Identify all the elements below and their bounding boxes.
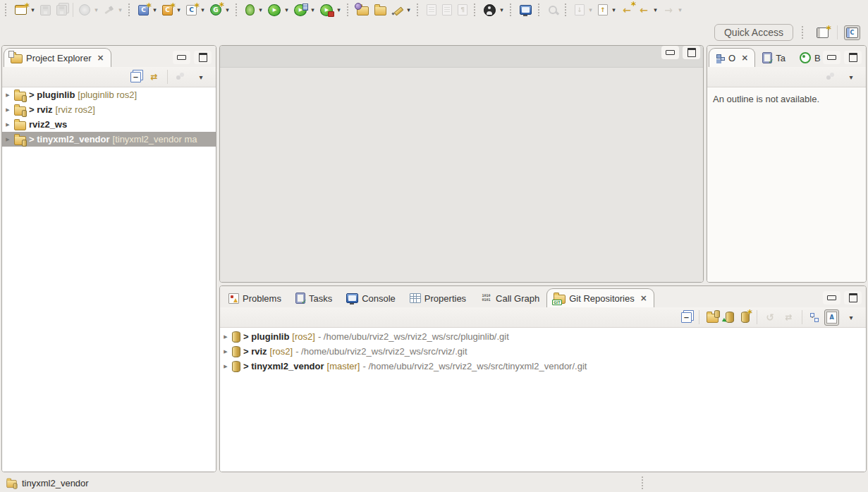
collapse-all-icon[interactable]: − (128, 70, 143, 85)
minimize-icon (177, 55, 186, 60)
toggle-branch-representation-icon[interactable]: A (824, 309, 839, 326)
open-perspective-icon[interactable] (814, 25, 831, 40)
new-wizard-dropdown[interactable]: ▾ (29, 6, 37, 13)
focus-icon (823, 69, 839, 85)
tree-item[interactable]: ▶> tinyxml2_vendor[tinyxml2_vendor ma (2, 132, 216, 147)
expander-icon[interactable]: ▶ (4, 92, 11, 98)
new-cpp-project-icon[interactable]: C (160, 3, 175, 18)
debug-dropdown[interactable]: ▾ (257, 6, 264, 13)
tab-task-list[interactable]: Ta (755, 48, 793, 67)
profile-icon[interactable]: ▶ (292, 2, 309, 18)
link-with-editor-icon[interactable]: ⇄ (146, 69, 162, 85)
project-explorer-tabstrip: Project Explorer× (2, 46, 216, 67)
tab-console[interactable]: Console (339, 288, 403, 307)
maximize-button[interactable] (194, 51, 212, 64)
highlighter-pen-icon[interactable] (390, 3, 405, 18)
new-c-file-icon[interactable]: C (184, 3, 199, 18)
minimize-icon (666, 50, 675, 55)
open-folder-icon[interactable] (372, 2, 389, 18)
git-repositories-toolbar: −↺⇄A▾ (220, 307, 866, 328)
tab-git-repositories[interactable]: Git Repositories× (546, 288, 654, 307)
clone-repository-icon[interactable] (723, 309, 736, 325)
tab-problems[interactable]: Problems (221, 288, 288, 307)
back-dropdown[interactable]: ▾ (652, 6, 659, 13)
minimize-button[interactable] (173, 51, 190, 64)
external-tools-icon[interactable]: ▶ (318, 2, 335, 18)
repository-item[interactable]: ▶> rviz[ros2]- /home/ubu/rviz2_ws/rviz2_… (220, 344, 866, 359)
profile-timer-icon (77, 2, 92, 18)
tree-item-label: > tinyxml2_vendor (29, 134, 110, 144)
new-cpp-class-icon[interactable]: C (136, 3, 151, 18)
terminal-icon[interactable] (518, 3, 534, 17)
tab-properties[interactable]: Properties (403, 288, 473, 307)
new-c-file-dropdown[interactable]: ▾ (199, 6, 207, 13)
add-repository-icon[interactable] (704, 309, 721, 325)
debug-icon[interactable] (243, 2, 257, 18)
new-cpp-project-dropdown[interactable]: ▾ (175, 6, 183, 13)
project-tree: ▶> pluginlib[pluginlib ros2]▶> rviz[rviz… (2, 87, 216, 472)
minimize-button[interactable] (661, 46, 679, 59)
external-tools-dropdown[interactable]: ▾ (335, 6, 343, 13)
tree-item[interactable]: ▶> rviz[rviz ros2] (2, 102, 216, 117)
expander-icon[interactable]: ▶ (222, 349, 229, 355)
open-resource-icon[interactable] (355, 2, 371, 18)
expander-icon[interactable]: ▶ (4, 122, 11, 128)
link-with-selection-icon: ⇄ (781, 309, 797, 326)
tree-item[interactable]: ▶> pluginlib[pluginlib ros2] (2, 87, 216, 102)
view-menu-icon[interactable]: ▾ (192, 69, 210, 85)
toolbar-separator (757, 310, 757, 324)
repository-item[interactable]: ▶> tinyxml2_vendor[master]- /home/ubu/rv… (220, 359, 866, 374)
repository-folder-icon (14, 136, 26, 145)
create-repository-icon[interactable] (739, 309, 752, 325)
quick-access-button[interactable]: Quick Access (714, 24, 793, 41)
collapse-all-icon[interactable]: − (679, 310, 694, 325)
close-icon[interactable]: × (97, 53, 104, 63)
close-icon[interactable]: × (741, 53, 748, 63)
expander-icon[interactable]: ▶ (222, 364, 229, 369)
hierarchy-layout-icon[interactable] (807, 310, 821, 324)
highlighter-pen-dropdown[interactable]: ▾ (405, 6, 412, 13)
minimize-icon (827, 295, 836, 300)
maximize-button[interactable] (844, 51, 862, 64)
main-toolbar: ▾▾▾C▾C▾C▾G▾▾▶▾▶▾▶▾▾¶▾↓▾↑▾←←▾→▾ (0, 0, 868, 20)
maximize-button[interactable] (683, 46, 700, 59)
view-menu-icon[interactable]: ▾ (842, 69, 860, 85)
new-cpp-class-dropdown[interactable]: ▾ (151, 6, 159, 13)
profile-dropdown[interactable]: ▾ (309, 6, 317, 13)
user-profile-dropdown[interactable]: ▾ (498, 6, 506, 13)
new-wizard-icon[interactable] (13, 3, 29, 17)
tab-outline[interactable]: O× (709, 48, 755, 67)
cpp-perspective-icon[interactable]: C (844, 25, 860, 40)
user-profile-icon[interactable] (482, 2, 498, 18)
new-gerrit-task-dropdown[interactable]: ▾ (224, 6, 231, 13)
branch-label: [master] (327, 361, 360, 371)
view-menu-icon[interactable]: ▾ (842, 309, 860, 326)
previous-annotation-icon[interactable]: ↑ (596, 2, 610, 18)
folder-icon (14, 121, 26, 130)
close-icon[interactable]: × (640, 293, 647, 303)
task-list-icon (762, 52, 772, 63)
new-gerrit-task-icon[interactable]: G (208, 2, 224, 18)
last-edit-location-icon[interactable]: ← (619, 2, 635, 18)
tree-item[interactable]: ▶rviz2_ws (2, 117, 216, 132)
run-dropdown[interactable]: ▾ (283, 6, 291, 13)
maximize-button[interactable] (844, 291, 862, 305)
minimize-button[interactable] (823, 291, 841, 305)
previous-annotation-dropdown[interactable]: ▾ (610, 6, 618, 13)
tab-breakpoints[interactable]: B (793, 48, 823, 67)
build-all-icon (102, 3, 116, 18)
back-icon[interactable]: ← (636, 2, 652, 18)
tab-project-explorer[interactable]: Project Explorer× (4, 48, 111, 67)
tab-call-graph[interactable]: 1010 0101Call Graph (473, 288, 546, 307)
expander-icon[interactable]: ▶ (4, 137, 11, 142)
expander-icon[interactable]: ▶ (222, 334, 229, 340)
expander-icon[interactable]: ▶ (4, 107, 11, 113)
git-repositories-list: ▶> pluginlib[ros2]- /home/ubu/rviz2_ws/r… (220, 328, 866, 472)
minimize-button[interactable] (823, 51, 841, 64)
toolbar-separator (837, 25, 838, 39)
tab-tasks[interactable]: Tasks (288, 288, 339, 307)
tab-label: Problems (243, 293, 281, 304)
repository-item[interactable]: ▶> pluginlib[ros2]- /home/ubu/rviz2_ws/r… (220, 329, 866, 344)
run-icon[interactable]: ▶ (266, 2, 283, 18)
maximize-icon (849, 53, 857, 62)
